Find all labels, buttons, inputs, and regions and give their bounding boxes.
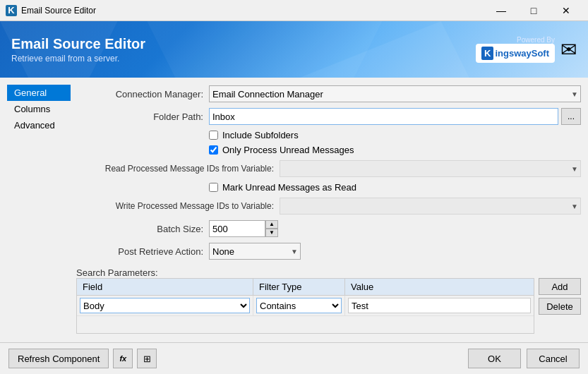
folder-path-row: Folder Path: ... — [76, 107, 581, 126]
spinbox-up-button[interactable]: ▲ — [265, 220, 278, 229]
value-header: Value — [345, 279, 534, 295]
logo-text: ingswaySoft — [495, 48, 549, 59]
only-unread-row: Only Process Unread Messages — [209, 145, 581, 155]
content-area: General Columns Advanced Connection Mana… — [0, 78, 588, 342]
params-actions: Add Delete — [539, 278, 581, 315]
search-params-section: Search Parameters: Field Filter Type Val… — [76, 265, 581, 334]
table-row: Body Subject From To CC BCC — [77, 296, 534, 316]
post-retrieve-label: Post Retrieve Action: — [76, 246, 203, 257]
write-processed-select[interactable] — [280, 198, 581, 215]
params-table-wrapper: Field Filter Type Value Body Subject — [76, 278, 534, 334]
bottom-bar: Refresh Component fx ⊞ OK Cancel — [0, 342, 588, 374]
post-retrieve-select[interactable]: None Delete Move — [209, 243, 301, 260]
bottom-left: Refresh Component fx ⊞ — [8, 349, 157, 368]
post-retrieve-row: Post Retrieve Action: None Delete Move ▼ — [76, 242, 581, 260]
header-subtitle: Retrieve email from a server. — [11, 54, 145, 64]
cancel-button[interactable]: Cancel — [527, 349, 580, 368]
delete-button[interactable]: Delete — [539, 298, 581, 315]
write-processed-row: Write Processed Message IDs to Variable:… — [76, 197, 581, 215]
include-subfolders-row: Include Subfolders — [209, 130, 581, 140]
header-banner: Email Source Editor Retrieve email from … — [0, 21, 588, 78]
logo-box: K ingswaySoft — [476, 44, 555, 63]
search-params-label: Search Parameters: — [76, 267, 581, 278]
write-processed-wrapper: ▼ — [280, 198, 581, 215]
empty-row — [77, 316, 534, 333]
logo-k: K — [481, 47, 493, 60]
fx-icon: fx — [119, 354, 126, 363]
sidebar-item-general[interactable]: General — [7, 85, 71, 101]
minimize-button[interactable]: — — [485, 0, 517, 21]
batch-size-input[interactable] — [209, 220, 265, 237]
browse-button[interactable]: ... — [561, 108, 581, 125]
titlebar-controls: — □ ✕ — [485, 0, 582, 21]
connection-manager-label: Connection Manager: — [76, 89, 203, 99]
sidebar-item-columns[interactable]: Columns — [7, 101, 71, 117]
filter-type-select[interactable]: Contains Does Not Contain Equals Not Equ… — [256, 298, 342, 313]
header-text: Email Source Editor Retrieve email from … — [11, 36, 145, 64]
field-select[interactable]: Body Subject From To CC BCC — [80, 298, 250, 313]
spinbox-down-button[interactable]: ▼ — [265, 229, 278, 237]
connection-manager-wrapper: Email Connection Manager ▼ — [209, 85, 581, 102]
field-cell: Body Subject From To CC BCC — [77, 296, 253, 315]
folder-path-label: Folder Path: — [76, 111, 203, 122]
read-processed-select[interactable] — [280, 160, 581, 177]
only-unread-label: Only Process Unread Messages — [222, 145, 354, 155]
write-processed-label: Write Processed Message IDs to Variable: — [76, 201, 274, 211]
titlebar-left: K Email Source Editor — [6, 5, 96, 16]
powered-by-text: Powered By — [476, 36, 555, 44]
params-body: Body Subject From To CC BCC — [77, 296, 534, 333]
form-area: Connection Manager: Email Connection Man… — [76, 85, 581, 335]
app-icon: K — [6, 5, 17, 16]
field-header: Field — [77, 279, 253, 295]
value-input[interactable] — [348, 298, 531, 313]
batch-size-wrapper: ▲ ▼ — [209, 220, 278, 237]
include-subfolders-label: Include Subfolders — [222, 130, 299, 140]
spinbox-buttons: ▲ ▼ — [265, 220, 278, 237]
titlebar: K Email Source Editor — □ ✕ — [0, 0, 588, 21]
batch-size-row: Batch Size: ▲ ▼ — [76, 219, 581, 238]
refresh-component-button[interactable]: Refresh Component — [8, 349, 109, 368]
search-params-row: Field Filter Type Value Body Subject — [76, 278, 581, 334]
sidebar: General Columns Advanced — [7, 85, 71, 335]
read-processed-label: Read Processed Message IDs from Variable… — [76, 164, 274, 174]
mark-unread-label: Mark Unread Messages as Read — [222, 182, 356, 193]
close-button[interactable]: ✕ — [550, 0, 582, 21]
header-title: Email Source Editor — [11, 36, 145, 52]
maximize-button[interactable]: □ — [517, 0, 550, 21]
mark-unread-checkbox[interactable] — [209, 183, 218, 192]
post-retrieve-wrapper: None Delete Move ▼ — [209, 243, 301, 260]
sidebar-item-advanced[interactable]: Advanced — [7, 117, 71, 133]
connection-manager-select[interactable]: Email Connection Manager — [209, 85, 581, 102]
add-button[interactable]: Add — [539, 278, 581, 295]
connection-manager-row: Connection Manager: Email Connection Man… — [76, 85, 581, 103]
bottom-right: OK Cancel — [468, 349, 580, 368]
mark-unread-row: Mark Unread Messages as Read — [209, 182, 581, 193]
params-header: Field Filter Type Value — [77, 279, 534, 296]
filter-type-header: Filter Type — [253, 279, 345, 295]
email-icon: ✉ — [560, 38, 577, 61]
header-logo: Powered By K ingswaySoft ✉ — [476, 36, 577, 63]
only-unread-checkbox[interactable] — [209, 145, 218, 155]
grid-icon: ⊞ — [143, 354, 151, 364]
ok-button[interactable]: OK — [468, 349, 521, 368]
main-container: General Columns Advanced Connection Mana… — [0, 78, 588, 374]
read-processed-wrapper: ▼ — [280, 160, 581, 177]
read-processed-row: Read Processed Message IDs from Variable… — [76, 159, 581, 178]
params-table: Field Filter Type Value Body Subject — [76, 278, 534, 334]
titlebar-title: Email Source Editor — [21, 6, 96, 16]
include-subfolders-checkbox[interactable] — [209, 131, 218, 140]
fx-button[interactable]: fx — [113, 349, 133, 368]
value-cell — [345, 296, 534, 315]
batch-size-label: Batch Size: — [76, 224, 203, 234]
grid-button[interactable]: ⊞ — [137, 349, 157, 368]
folder-path-input[interactable] — [209, 108, 558, 125]
filter-type-cell: Contains Does Not Contain Equals Not Equ… — [253, 296, 345, 315]
folder-path-wrapper: ... — [209, 108, 581, 125]
